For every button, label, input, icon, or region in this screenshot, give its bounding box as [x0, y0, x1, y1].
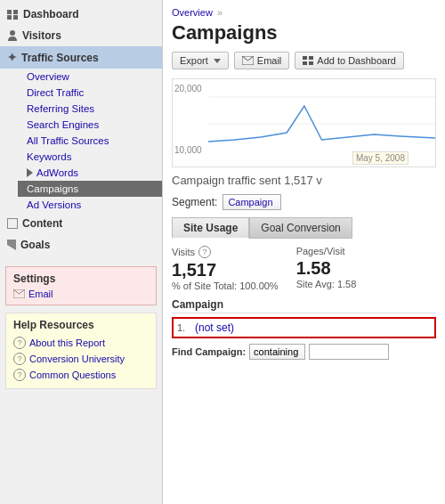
table-row: 1. (not set): [172, 317, 436, 338]
breadcrumb[interactable]: Overview »: [172, 7, 436, 18]
visits-sub: % of Site Total: 100.00%: [172, 280, 279, 291]
sidebar-label-dashboard: Dashboard: [23, 8, 79, 20]
sidebar-section-main: Dashboard Visitors ✦ Traffic Sources Ove…: [0, 0, 162, 259]
pages-visit-sub: Site Avg: 1.58: [296, 279, 385, 289]
conversion-university-link[interactable]: Conversion University: [29, 354, 125, 364]
find-filter-label: containing: [254, 346, 298, 357]
visits-label: Visits: [172, 247, 195, 257]
all-traffic-link[interactable]: All Traffic Sources: [27, 135, 109, 146]
sidebar-item-keywords[interactable]: Keywords: [18, 149, 162, 165]
sidebar-item-visitors[interactable]: Visitors: [0, 25, 162, 46]
campaigns-label: Campaigns: [27, 183, 78, 194]
sidebar-item-referring-sites[interactable]: Referring Sites: [18, 101, 162, 117]
email-button[interactable]: Email: [234, 52, 290, 69]
circle-q-icon-3: ?: [13, 369, 26, 381]
traffic-summary: Campaign traffic sent 1,517 v: [172, 173, 436, 187]
sidebar-label-goals: Goals: [20, 239, 50, 251]
chart-date-label: May 5, 2008: [352, 151, 409, 165]
person-icon: [7, 30, 18, 41]
export-button[interactable]: Export: [172, 52, 229, 69]
circle-q-icon-2: ?: [13, 353, 26, 365]
chart-area: 20,000 10,000 May 5, 2008: [172, 78, 436, 167]
tab-site-usage-label: Site Usage: [183, 222, 238, 234]
help-item-conversion[interactable]: ? Conversion University: [13, 351, 149, 367]
export-label: Export: [180, 55, 208, 66]
find-label: Find Campaign:: [172, 346, 246, 357]
tab-site-usage[interactable]: Site Usage: [172, 217, 249, 239]
svg-rect-2: [7, 15, 12, 20]
pages-visit-label-row: Pages/Visit: [296, 246, 385, 256]
email-btn-icon: [242, 56, 254, 65]
email-link[interactable]: Email: [28, 289, 53, 299]
sidebar: Dashboard Visitors ✦ Traffic Sources Ove…: [0, 0, 163, 504]
email-icon: [13, 289, 25, 298]
dashboard-btn-icon: [303, 56, 313, 65]
help-title: Help Resources: [13, 319, 149, 331]
pages-visit-label: Pages/Visit: [296, 246, 345, 256]
breadcrumb-link[interactable]: Overview: [172, 7, 213, 18]
campaign-link[interactable]: (not set): [195, 321, 234, 334]
breadcrumb-separator: »: [217, 7, 222, 18]
settings-title: Settings: [13, 272, 149, 285]
visits-info-icon[interactable]: ?: [198, 246, 211, 258]
content-icon: [7, 218, 18, 229]
svg-point-4: [10, 30, 15, 36]
campaign-col-header: Campaign: [172, 298, 436, 313]
about-report-link[interactable]: About this Report: [29, 337, 105, 348]
sidebar-sub-traffic: Overview Direct Traffic Referring Sites …: [0, 69, 162, 213]
segment-select[interactable]: Campaign: [222, 194, 280, 210]
export-dropdown-icon: [214, 59, 221, 63]
add-dashboard-label: Add to Dashboard: [317, 55, 396, 66]
sidebar-item-overview[interactable]: Overview: [18, 69, 162, 85]
find-input[interactable]: [309, 344, 389, 360]
common-questions-link[interactable]: Common Questions: [29, 370, 116, 380]
referring-sites-link[interactable]: Referring Sites: [27, 103, 94, 114]
sidebar-item-campaigns[interactable]: Campaigns: [18, 181, 162, 197]
settings-item-email[interactable]: Email: [13, 289, 149, 299]
segment-value: Campaign: [228, 197, 272, 207]
tab-goal-conversion-label: Goal Conversion: [261, 222, 340, 234]
help-item-about[interactable]: ? About this Report: [13, 335, 149, 351]
overview-link[interactable]: Overview: [27, 71, 69, 82]
campaign-num: 1.: [177, 322, 190, 333]
keywords-link[interactable]: Keywords: [27, 151, 72, 162]
help-item-questions[interactable]: ? Common Questions: [13, 367, 149, 383]
adwords-expand-icon: [27, 168, 33, 177]
main-content: Overview » Campaigns Export Email: [163, 0, 445, 504]
svg-rect-1: [13, 10, 18, 14]
sidebar-item-goals[interactable]: Goals: [0, 234, 162, 256]
adwords-link[interactable]: AdWords: [36, 167, 78, 178]
sidebar-label-visitors: Visitors: [22, 29, 61, 42]
find-campaign-row: Find Campaign: containing: [172, 344, 436, 360]
sidebar-item-search-engines[interactable]: Search Engines: [18, 117, 162, 133]
sidebar-item-traffic-sources[interactable]: ✦ Traffic Sources: [0, 46, 162, 69]
search-engines-link[interactable]: Search Engines: [27, 119, 99, 130]
sidebar-item-dashboard[interactable]: Dashboard: [0, 4, 162, 25]
toolbar: Export Email Add to Dashboard: [172, 52, 436, 69]
email-btn-label: Email: [257, 55, 282, 66]
svg-rect-10: [309, 61, 313, 65]
sidebar-item-direct-traffic[interactable]: Direct Traffic: [18, 85, 162, 101]
sidebar-item-all-traffic[interactable]: All Traffic Sources: [18, 133, 162, 149]
sidebar-item-adwords[interactable]: AdWords: [18, 165, 162, 181]
metric-pages-visit: Pages/Visit 1.58 Site Avg: 1.58: [296, 246, 385, 291]
svg-rect-8: [309, 56, 313, 60]
direct-traffic-link[interactable]: Direct Traffic: [27, 87, 84, 98]
help-box: Help Resources ? About this Report ? Con…: [5, 313, 157, 389]
ad-versions-link[interactable]: Ad Versions: [27, 199, 81, 210]
visits-label-row: Visits ?: [172, 246, 279, 258]
add-to-dashboard-button[interactable]: Add to Dashboard: [295, 52, 404, 69]
grid-icon: [7, 10, 19, 20]
tab-goal-conversion[interactable]: Goal Conversion: [249, 217, 352, 239]
visits-value: 1,517: [172, 260, 279, 280]
y-label-mid: 10,000: [174, 145, 202, 155]
tabs: Site Usage Goal Conversion: [172, 217, 436, 239]
circle-q-icon-1: ?: [13, 337, 26, 349]
svg-rect-9: [303, 61, 307, 65]
y-label-top: 20,000: [174, 84, 202, 93]
segment-row: Segment: Campaign: [172, 194, 436, 210]
svg-rect-7: [303, 56, 307, 60]
sidebar-item-content[interactable]: Content: [0, 213, 162, 234]
find-filter-select[interactable]: containing: [249, 344, 305, 360]
sidebar-item-ad-versions[interactable]: Ad Versions: [18, 197, 162, 213]
